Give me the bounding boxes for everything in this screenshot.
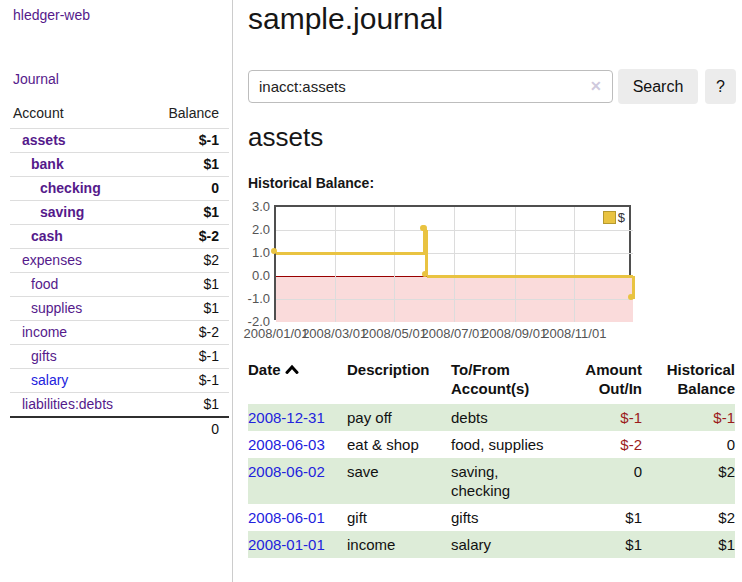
- v-gridline: [515, 207, 516, 322]
- x-axis-tick-label: 2008/11/01: [542, 326, 606, 341]
- legend-label: $: [618, 210, 625, 225]
- series-segment: [427, 275, 633, 278]
- search-input[interactable]: [248, 70, 613, 103]
- series-segment: [276, 252, 425, 255]
- account-row: bank$1: [10, 153, 229, 177]
- transaction-description: income: [347, 531, 451, 558]
- transaction-row: 2008-06-01giftgifts$1$2: [248, 504, 735, 531]
- account-balance: $1: [148, 393, 229, 418]
- accounts-table: Account Balance assets$-1bank$1checking0…: [10, 101, 229, 441]
- v-gridline: [335, 207, 336, 322]
- account-row: assets$-1: [10, 129, 229, 153]
- transaction-date-link[interactable]: 2008-01-01: [248, 536, 325, 553]
- transaction-amount: $1: [578, 531, 642, 558]
- account-link[interactable]: gifts: [31, 348, 57, 364]
- account-row: food$1: [10, 273, 229, 297]
- transaction-row: 2008-06-03eat & shopfood, supplies$-20: [248, 431, 735, 458]
- account-link[interactable]: saving: [40, 204, 84, 220]
- transaction-date-link[interactable]: 2008-06-03: [248, 436, 325, 453]
- account-link[interactable]: cash: [31, 228, 63, 244]
- transaction-accounts: food, supplies: [451, 431, 578, 458]
- transactions-header-row: Date Description To/From Account(s) Amou…: [248, 358, 735, 404]
- transaction-description: gift: [347, 504, 451, 531]
- account-row: cash$-2: [10, 225, 229, 249]
- spacer: [10, 417, 148, 441]
- transaction-amount: 0: [578, 458, 642, 504]
- search-button[interactable]: Search: [618, 69, 698, 104]
- account-row: supplies$1: [10, 297, 229, 321]
- accounts-header-account: Account: [10, 101, 148, 129]
- account-balance: $2: [148, 249, 229, 273]
- series-segment: [425, 230, 428, 276]
- accounts-total-row: 0: [10, 417, 229, 441]
- x-axis-tick-label: 2008/09/01: [482, 326, 547, 341]
- sidebar-item-journal[interactable]: Journal: [13, 71, 59, 87]
- transaction-description: pay off: [347, 404, 451, 431]
- account-link[interactable]: salary: [31, 372, 68, 388]
- help-button[interactable]: ?: [705, 69, 736, 104]
- account-balance: $1: [148, 201, 229, 225]
- v-gridline: [454, 207, 455, 322]
- x-axis-tick-label: 2008/01/01: [243, 326, 308, 341]
- historical-balance-chart[interactable]: $ 3.02.01.00.0-1.0-2.02008/01/012008/03/…: [274, 205, 631, 320]
- chart-heading: Historical Balance:: [248, 175, 374, 191]
- account-row: expenses$2: [10, 249, 229, 273]
- account-balance: $-2: [148, 321, 229, 345]
- sort-ascending-icon: [285, 364, 299, 375]
- transaction-balance: $2: [642, 504, 735, 531]
- header-date[interactable]: Date: [248, 358, 347, 404]
- transaction-date-link[interactable]: 2008-06-02: [248, 463, 325, 480]
- data-point-marker: [422, 271, 428, 277]
- clear-search-icon[interactable]: ✕: [590, 78, 602, 94]
- transaction-balance: 0: [642, 431, 735, 458]
- header-accounts: To/From Account(s): [451, 358, 578, 404]
- account-balance: 0: [148, 177, 229, 201]
- accounts-table-body: assets$-1bank$1checking0saving$1cash$-2e…: [10, 129, 229, 418]
- account-row: saving$1: [10, 201, 229, 225]
- y-axis-tick-label: 2.0: [232, 222, 270, 238]
- transaction-accounts: debts: [451, 404, 578, 431]
- account-link[interactable]: income: [22, 324, 67, 340]
- account-link[interactable]: food: [31, 276, 58, 292]
- header-description: Description: [347, 358, 451, 404]
- chart-legend: $: [603, 210, 625, 225]
- transaction-row: 2008-12-31pay offdebts$-1$-1: [248, 404, 735, 431]
- account-link[interactable]: checking: [40, 180, 101, 196]
- account-row: salary$-1: [10, 369, 229, 393]
- account-row: gifts$-1: [10, 345, 229, 369]
- account-link[interactable]: liabilities:debts: [22, 396, 113, 412]
- account-link[interactable]: supplies: [31, 300, 82, 316]
- transaction-accounts: gifts: [451, 504, 578, 531]
- transaction-accounts: saving, checking: [451, 458, 578, 504]
- transaction-balance: $-1: [642, 404, 735, 431]
- transactions-table: Date Description To/From Account(s) Amou…: [248, 358, 735, 558]
- header-date-label: Date: [248, 361, 281, 378]
- data-point-marker: [421, 225, 427, 231]
- account-balance: $1: [148, 273, 229, 297]
- transaction-row: 2008-06-02savesaving, checking0$2: [248, 458, 735, 504]
- page-title: sample.journal: [248, 2, 443, 36]
- account-heading: assets: [248, 122, 323, 153]
- account-balance: $-1: [148, 345, 229, 369]
- accounts-header-balance: Balance: [148, 101, 229, 129]
- app-title-link[interactable]: hledger-web: [13, 7, 90, 23]
- account-row: liabilities:debts$1: [10, 393, 229, 418]
- y-axis-tick-label: -1.0: [232, 291, 270, 307]
- transaction-amount: $-1: [578, 404, 642, 431]
- transaction-date-link[interactable]: 2008-12-31: [248, 409, 325, 426]
- account-link[interactable]: bank: [31, 156, 64, 172]
- transactions-table-body: 2008-12-31pay offdebts$-1$-12008-06-03ea…: [248, 404, 735, 558]
- account-link[interactable]: assets: [22, 132, 66, 148]
- transaction-description: save: [347, 458, 451, 504]
- y-axis-tick-label: 3.0: [232, 199, 270, 215]
- data-point-marker: [271, 248, 277, 254]
- header-balance: Historical Balance: [642, 358, 735, 404]
- account-balance: $1: [148, 297, 229, 321]
- account-link[interactable]: expenses: [22, 252, 82, 268]
- transaction-date-link[interactable]: 2008-06-01: [248, 509, 325, 526]
- data-point-marker: [628, 294, 634, 300]
- transaction-balance: $1: [642, 531, 735, 558]
- account-row: income$-2: [10, 321, 229, 345]
- legend-swatch: [603, 211, 616, 224]
- x-axis-tick-label: 2008/05/01: [362, 326, 427, 341]
